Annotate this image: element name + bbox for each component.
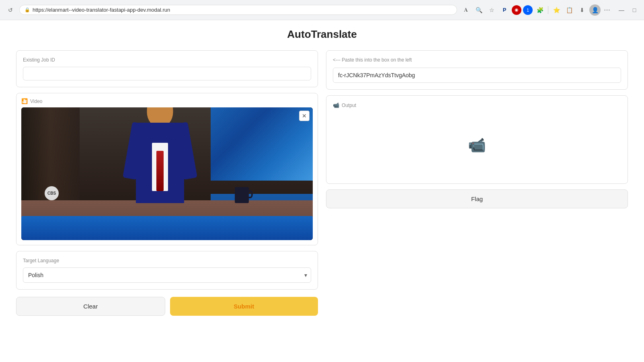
main-layout: Existing Job ID 🎦 Video ✕	[16, 50, 628, 316]
job-id-card: Existing Job ID	[16, 50, 318, 87]
scene: CBS	[21, 107, 313, 240]
download-icon[interactable]: ⬇	[576, 4, 588, 16]
left-panel: Existing Job ID 🎦 Video ✕	[16, 50, 318, 316]
minimize-button[interactable]: —	[617, 5, 626, 15]
address-bar[interactable]: 🔒 https://elanmart--video-translator-fas…	[19, 5, 457, 15]
profile-icon[interactable]: 👤	[589, 4, 601, 16]
collections-icon[interactable]: 📋	[564, 4, 575, 16]
shield-icon[interactable]: ◉	[512, 5, 521, 15]
output-label: Output	[342, 103, 356, 108]
output-body: 📹	[333, 113, 621, 177]
favorites-icon[interactable]: ☆	[486, 4, 497, 16]
password-icon[interactable]: 1	[523, 5, 533, 15]
job-id-input[interactable]	[23, 67, 311, 80]
job-id-label: Existing Job ID	[23, 57, 311, 63]
video-container: ✕	[21, 107, 313, 240]
page-title: AutoTranslate	[16, 28, 628, 41]
close-video-button[interactable]: ✕	[299, 111, 310, 121]
video-camera-icon: 🎦	[21, 98, 28, 104]
suit	[136, 123, 184, 203]
reload-button[interactable]: ↺	[5, 4, 16, 16]
video-label: Video	[30, 99, 42, 104]
action-buttons: Clear Submit	[16, 297, 318, 316]
lock-icon: 🔒	[25, 7, 30, 12]
language-select-wrapper: Polish Spanish French German Italian Por…	[23, 267, 311, 283]
language-card: Target Language Polish Spanish French Ge…	[16, 251, 318, 290]
output-card: 📹 Output 📹	[326, 95, 628, 184]
menu-button[interactable]: ⋯	[602, 4, 612, 15]
hint-card: <--- Paste this into the box on the left…	[326, 50, 628, 90]
blue-panel	[211, 107, 313, 181]
browser-actions: 𝐀 🔍 ☆ P ◉ 1 🧩 ⭐ 📋 ⬇ 👤 ⋯	[460, 4, 612, 16]
video-card: 🎦 Video ✕	[16, 93, 318, 245]
clear-button[interactable]: Clear	[16, 297, 165, 316]
tie	[156, 151, 164, 191]
mug	[235, 187, 249, 203]
right-panel: <--- Paste this into the box on the left…	[326, 50, 628, 316]
browser-chrome: ↺ 🔒 https://elanmart--video-translator-f…	[0, 0, 644, 20]
output-header: 📹 Output	[333, 102, 621, 108]
maximize-button[interactable]: □	[630, 5, 639, 15]
video-thumbnail: CBS	[21, 107, 313, 240]
video-header: 🎦 Video	[21, 98, 313, 104]
flag-button[interactable]: Flag	[326, 189, 628, 208]
submit-button[interactable]: Submit	[170, 297, 318, 316]
browser-controls: ↺	[5, 4, 16, 16]
paypal-icon[interactable]: P	[499, 4, 510, 16]
output-video-icon-small: 📹	[333, 102, 339, 108]
window-controls: — □	[617, 5, 639, 15]
target-language-label: Target Language	[23, 258, 311, 263]
bookmarks-icon[interactable]: ⭐	[551, 4, 562, 16]
mug-handle	[248, 190, 253, 198]
url-text: https://elanmart--video-translator-fasta…	[33, 7, 170, 13]
language-select[interactable]: Polish Spanish French German Italian Por…	[23, 267, 311, 283]
output-placeholder-icon: 📹	[468, 137, 486, 154]
sofa	[21, 216, 313, 240]
separator	[548, 6, 548, 14]
page-content: AutoTranslate Existing Job ID 🎦 Video ✕	[0, 20, 644, 362]
job-id-value: fc-rJCNk37PmAzYdsTtvgAobg	[333, 68, 621, 83]
translate-icon[interactable]: 𝐀	[460, 4, 472, 16]
person	[124, 107, 196, 203]
extensions-icon[interactable]: 🧩	[534, 4, 546, 16]
hint-label: <--- Paste this into the box on the left	[333, 57, 621, 63]
search-icon[interactable]: 🔍	[473, 4, 484, 16]
cbs-logo: CBS	[45, 186, 59, 200]
